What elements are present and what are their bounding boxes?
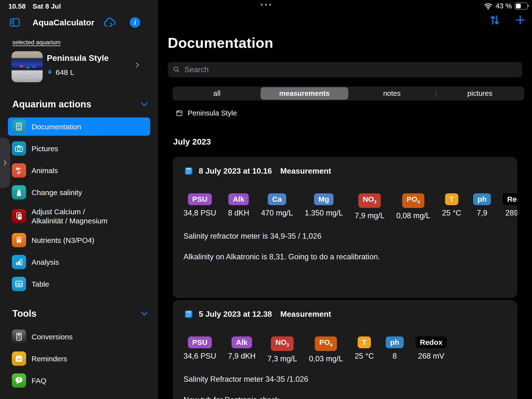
chevron-down-icon[interactable] (141, 102, 148, 107)
cloud-sync-icon[interactable] (103, 17, 116, 28)
parameter-pill: ph (386, 336, 404, 348)
measurement-badges: PSU34,6 PSUAlk7,9 dKHNO37,3 mg/LPO40,03 … (183, 336, 506, 363)
sidebar-item-label: Pictures (32, 144, 58, 153)
entry-note: New tub for Dostronic check (183, 395, 506, 399)
measurement-card[interactable]: 5 July 2023 at 12.38MeasurementPSU34,6 P… (173, 300, 517, 399)
measurement-mg: Mg1.350 mg/L (305, 193, 343, 217)
slideover-handle[interactable] (0, 138, 10, 188)
tab-all[interactable]: all (173, 87, 261, 100)
status-bar-right: 43 % (484, 2, 528, 10)
svg-text:?: ? (18, 378, 20, 382)
info-icon[interactable]: i (130, 17, 140, 28)
nutrients-icon (12, 233, 26, 247)
tab-measurements[interactable]: measurements (261, 87, 348, 100)
scope-aquarium-name: Peninsula Style (188, 109, 237, 117)
selected-aquarium-row[interactable]: Peninsula Style 648 L (12, 51, 151, 82)
salinity-icon (12, 185, 26, 200)
parameter-pill: PSU (188, 193, 212, 205)
section-header-aquarium-actions[interactable]: Aquarium actions (12, 99, 148, 110)
sidebar-item-label: Reminders (32, 354, 67, 363)
parameter-pill: PO4 (402, 193, 424, 208)
sort-icon[interactable] (489, 14, 501, 26)
sidebar-item-label: Conversions (32, 332, 73, 341)
add-entry-icon[interactable] (514, 14, 526, 26)
parameter-pill: PSU (188, 336, 212, 348)
parameter-pill: Alk (232, 336, 252, 348)
measurement-ca: Ca470 mg/L (261, 193, 293, 217)
measurement-ph: ph8 (386, 336, 404, 361)
entry-note: Salinity refractor meter is 34,9-35 / 1,… (183, 232, 506, 241)
parameter-value: 8 dKH (228, 209, 249, 217)
battery-icon (515, 2, 528, 10)
parameter-value: 7,3 mg/L (267, 354, 297, 363)
parameter-value: 268 mV (418, 352, 444, 361)
parameter-pill: Alk (228, 193, 249, 205)
chevron-right-icon (133, 60, 141, 70)
measurement-psu: PSU34,6 PSU (183, 336, 216, 361)
measurement-t: T25 °C (442, 193, 461, 217)
parameter-value: 289 mV (505, 209, 517, 217)
aquarium-scope-icon (175, 109, 183, 117)
reminders-icon: 24 (12, 351, 26, 366)
sidebar-item-label: Animals (32, 166, 58, 175)
sidebar-item-adjust-calcium[interactable]: Adjust Calcium / Alkalinität / Magnesium (8, 205, 150, 227)
aquarium-actions-menu: DocumentationPicturesAnimalsChange salin… (8, 117, 150, 293)
sidebar-item-label: Change salinity (32, 188, 82, 197)
parameter-pill: NO3 (271, 336, 293, 351)
sidebar-item-nutrients-n3-po4[interactable]: Nutrients (N3/PO4) (8, 231, 150, 249)
sidebar-item-pictures[interactable]: Pictures (8, 139, 150, 158)
table-icon (12, 277, 26, 291)
aquarium-volume: 648 L (56, 68, 74, 77)
sidebar-item-table[interactable]: Table (8, 275, 150, 293)
search-bar[interactable] (168, 62, 522, 77)
water-drop-icon (47, 68, 53, 76)
tab-pictures[interactable]: pictures (436, 87, 524, 100)
search-icon (173, 66, 181, 74)
parameter-pill: Ca (268, 193, 286, 205)
parameter-pill: Redox (503, 193, 517, 205)
chevron-right-icon (1, 158, 9, 168)
aquarium-volume-row: 648 L (47, 68, 109, 77)
measurement-badges: PSU34,8 PSUAlk8 dKHCa470 mg/LMg1.350 mg/… (183, 193, 506, 220)
scope-row: Peninsula Style (175, 109, 237, 117)
search-input[interactable] (184, 65, 517, 74)
camera-icon (12, 141, 26, 156)
entry-note: Alkalinity on Alkatronic is 8,31. Going … (183, 252, 506, 262)
toolbar (489, 14, 526, 26)
sidebar-item-conversions[interactable]: Conversions (8, 328, 150, 346)
sidebar-item-animals[interactable]: Animals (8, 161, 150, 180)
chevron-down-icon[interactable] (141, 312, 148, 316)
parameter-pill: PO4 (315, 336, 337, 351)
sidebar: 10.58 Sat 8 Jul AquaCalculator i selecte… (0, 0, 158, 399)
multitasking-indicator[interactable] (261, 4, 271, 6)
svg-text:24: 24 (17, 357, 21, 361)
entry-kind: Measurement (280, 166, 331, 176)
parameter-value: 0,03 mg/L (309, 354, 343, 363)
aquarium-photo (12, 51, 43, 82)
sidebar-item-faq[interactable]: ?FAQ (8, 371, 150, 390)
calendar-icon (183, 166, 194, 176)
section-title: Tools (12, 308, 37, 319)
tab-notes[interactable]: notes (348, 87, 436, 100)
sidebar-item-analysis[interactable]: Analysis (8, 253, 150, 271)
measurement-t: T25 °C (355, 336, 374, 361)
section-title: Aquarium actions (12, 99, 91, 110)
measurement-card[interactable]: 8 July 2023 at 10.16MeasurementPSU34,8 P… (173, 157, 517, 298)
entry-kind: Measurement (280, 310, 331, 319)
sidebar-item-change-salinity[interactable]: Change salinity (8, 183, 150, 201)
month-header: July 2023 (173, 137, 211, 147)
sidebar-item-reminders[interactable]: 24Reminders (8, 349, 150, 368)
parameter-value: 7,9 dKH (228, 352, 256, 361)
parameter-pill: NO3 (358, 193, 381, 208)
sidebar-item-label: Table (32, 280, 49, 289)
page-title: Documentation (168, 34, 273, 51)
aquarium-name: Peninsula Style (47, 53, 109, 63)
adjust-icon (12, 209, 26, 223)
status-time: 10.58 (8, 2, 26, 10)
sidebar-item-label: Adjust Calcium / Alkalinität / Magnesium (32, 207, 107, 225)
calendar-icon (183, 309, 194, 319)
section-header-tools[interactable]: Tools (12, 308, 148, 319)
sidebar-toggle-icon[interactable] (8, 17, 21, 28)
filter-segmented-control: allmeasurementsnotespictures (172, 86, 524, 100)
sidebar-item-documentation[interactable]: Documentation (8, 117, 150, 136)
